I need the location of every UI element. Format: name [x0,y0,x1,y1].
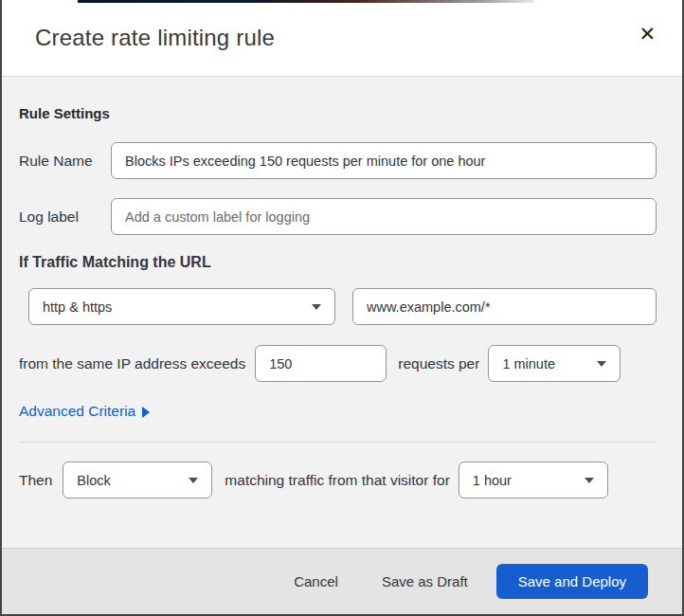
url-pattern-input[interactable] [352,288,657,325]
scheme-select[interactable]: http & https [28,288,335,325]
rule-name-label: Rule Name [19,153,102,170]
dialog-header: Create rate limiting rule ✕ [2,0,682,77]
log-label-input[interactable] [111,198,657,235]
advanced-criteria-link[interactable]: Advanced Criteria [19,403,150,420]
chevron-down-icon [597,361,606,367]
section-divider [19,442,657,443]
request-count-input[interactable] [255,345,387,382]
create-rate-limiting-rule-dialog: Create rate limiting rule ✕ Rule Setting… [0,0,684,616]
action-select-value: Block [77,473,110,488]
threshold-row: from the same IP address exceeds request… [19,345,657,382]
chevron-right-icon [142,407,150,418]
action-select[interactable]: Block [63,462,212,498]
url-match-row: http & https [19,288,657,325]
rule-name-row: Rule Name [19,142,657,179]
chevron-down-icon [312,304,321,310]
close-icon[interactable]: ✕ [633,19,661,50]
save-as-draft-button[interactable]: Save as Draft [372,566,477,597]
requests-per-text: requests per [398,355,479,372]
rule-name-input[interactable] [111,142,657,179]
period-select-value: 1 minute [502,356,555,371]
log-label-row: Log label [19,198,657,235]
duration-select[interactable]: 1 hour [459,462,608,498]
traffic-matching-heading: If Traffic Matching the URL [19,254,657,271]
scheme-select-value: http & https [43,299,112,315]
dialog-footer: Cancel Save as Draft Save and Deploy [2,548,682,614]
advanced-criteria-label: Advanced Criteria [19,403,135,420]
save-and-deploy-button[interactable]: Save and Deploy [496,564,648,599]
matching-traffic-text: matching traffic from that visitor for [225,472,449,489]
chevron-down-icon [189,478,198,483]
log-label-label: Log label [19,208,102,226]
duration-select-value: 1 hour [473,473,512,488]
then-text: Then [19,472,52,489]
rule-settings-heading: Rule Settings [19,105,657,121]
threshold-prefix-text: from the same IP address exceeds [19,355,245,372]
period-select[interactable]: 1 minute [488,345,621,382]
dialog-body: Rule Settings Rule Name Log label If Tra… [2,77,682,548]
dialog-title: Create rate limiting rule [35,25,275,51]
cancel-button[interactable]: Cancel [284,566,348,597]
then-action-row: Then Block matching traffic from that vi… [19,462,657,498]
chevron-down-icon [585,478,594,483]
background-page-peek [78,0,534,3]
